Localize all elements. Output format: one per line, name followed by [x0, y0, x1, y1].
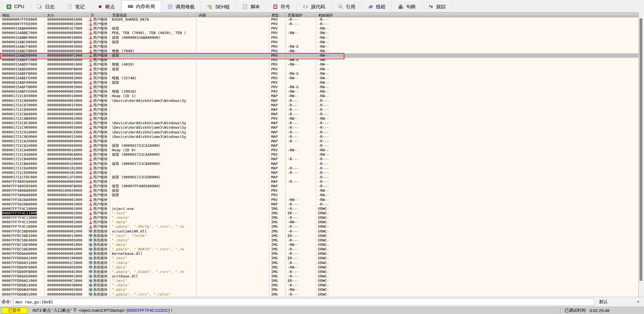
- memory-map-row[interactable]: 00007FF7F4C150000000000000001000用户模块 ".d…: [0, 220, 638, 224]
- memory-map-row[interactable]: 00007FFDD66A00000000000000001000系统模块kern…: [0, 251, 638, 256]
- memory-map-row[interactable]: 000001721C8600000000000000003000用户模块\Dev…: [0, 99, 638, 103]
- tab-symbols[interactable]: 符号: [266, 1, 297, 12]
- command-input[interactable]: [13, 298, 594, 306]
- memory-map-row[interactable]: 000001721CB400000000000000020000用户模块MAP-…: [0, 157, 638, 161]
- memory-map-row[interactable]: 000000007FFE00000000000000001000用户模块KUSE…: [0, 17, 638, 22]
- memory-map-row[interactable]: 000001721C91000000000000000CE000用户模块\Dev…: [0, 130, 638, 135]
- memory-map-row[interactable]: 00007FFDD683100000000000001C5000系统模块 ".r…: [0, 261, 638, 265]
- profile-dropdown[interactable]: 默认 ▼: [596, 298, 642, 306]
- column-header-1[interactable]: 地址: [0, 13, 45, 17]
- memory-map-row[interactable]: 000001721CA400000000000000016000用户模块Heap…: [0, 148, 638, 152]
- user-module-icon: [89, 144, 93, 148]
- memory-map-row[interactable]: 000001721C870000000000000001F000用户模块MAP-…: [0, 103, 638, 107]
- tab-memory-map[interactable]: 内存布局: [121, 0, 161, 12]
- memory-map-row[interactable]: 00007FFDD6A5100000000000000C3000系统模块 ".t…: [0, 279, 638, 283]
- content-cell: [196, 265, 269, 270]
- scrollbar-thumb[interactable]: [640, 18, 642, 281]
- memory-map-row[interactable]: 000001721C8500000000000000010000用户模块Heap…: [0, 94, 638, 98]
- tab-cpu[interactable]: CPU: [0, 1, 31, 12]
- memory-map-row[interactable]: 000001721C8C00000000000000031000用户模块\Dev…: [0, 121, 638, 125]
- memory-map-row[interactable]: 00007FF4806800000000000100020000用户模块保留PR…: [0, 188, 638, 193]
- script-icon: [242, 4, 248, 9]
- memory-map-row[interactable]: 000001721CFDC00000000000012F5000用户模块保留 (…: [0, 175, 638, 179]
- column-header-6[interactable]: 类型: [269, 13, 286, 17]
- memory-map-row[interactable]: 00000015ABF0000000000000000FB000用户模块保留PR…: [0, 80, 638, 85]
- memory-map-row[interactable]: 00000015ABA0000000000000001E7000用户模块保留PR…: [0, 26, 638, 31]
- memory-map-row[interactable]: 000001721C9000000000000000003000用户模块\Dev…: [0, 125, 638, 130]
- page-info-cell: 保留 (00007FF480580000): [110, 184, 196, 188]
- memory-map-row[interactable]: 00000015ABFFE0000000000000002000用户模块堆栈 (…: [0, 89, 638, 94]
- memory-map-row[interactable]: 00000015ABEFE0000000000000002000用户模块堆栈 (…: [0, 76, 638, 80]
- column-header-5[interactable]: 内容: [196, 13, 269, 17]
- memory-map-row[interactable]: 00007FFDC58E40000000000000005000系统模块 ".r…: [0, 238, 638, 243]
- memory-map-row[interactable]: 00007FF5826B00000000000000001000用户模块MAP-…: [0, 202, 638, 207]
- memory-map-row[interactable]: 000001721CA200000000000000004000用户模块MAP-…: [0, 139, 638, 143]
- memory-map-row[interactable]: 00000015ABE0000000000000000FB000用户模块保留PR…: [0, 67, 638, 71]
- memory-map-row[interactable]: 00000015ABFFB0000000000000003000用户模块PRV-…: [0, 85, 638, 89]
- column-header-4[interactable]: 页面信息: [110, 13, 196, 17]
- memory-map-row[interactable]: 00007FF7F4C100000000000000001000用户模块inje…: [0, 207, 638, 211]
- memory-map-row[interactable]: 000001721C8900000000000000004000用户模块MAP-…: [0, 107, 638, 112]
- column-header-2[interactable]: 大小: [45, 13, 88, 17]
- column-header-7[interactable]: 页面保护: [286, 13, 316, 17]
- tab-seh-chain[interactable]: SEH链: [201, 1, 236, 12]
- memory-map-row[interactable]: 00007FF7F4C130000000000000002000用户模块 ".r…: [0, 215, 638, 220]
- tab-references[interactable]: 引用: [332, 1, 362, 12]
- tab-log[interactable]: 日志: [31, 1, 61, 12]
- memory-map-row[interactable]: 000001721C8A00000000000000001000用户模块MAP-…: [0, 112, 638, 116]
- tab-handles[interactable]: 句柄: [392, 1, 422, 12]
- type-cell: IMG: [269, 207, 286, 211]
- memory-map-row[interactable]: 00000015ABC0000000000000000F8000用户模块保留PR…: [0, 40, 638, 44]
- memory-map-row[interactable]: 00007FFDC58D10000000000000013000系统模块 ".t…: [0, 234, 638, 238]
- column-header-3[interactable]: 方: [88, 13, 110, 17]
- memory-map-row[interactable]: 00000015ABEFB0000000000000003000用户模块PRV-…: [0, 71, 638, 76]
- memory-map-row[interactable]: 00007FF48058500000000000000FB000用户模块保留 (…: [0, 184, 638, 188]
- memory-map-row[interactable]: 00007FF7F4C160000000000000004000用户模块 ".p…: [0, 224, 638, 229]
- memory-map-row[interactable]: 00000015ABDFC0000000000000003000用户模块PRV-…: [0, 58, 638, 62]
- tab-trace[interactable]: 跟踪: [422, 1, 452, 12]
- memory-map-row[interactable]: 000001721CA240000000000000004000用户模块保留 (…: [0, 143, 638, 148]
- memory-map-row[interactable]: 00007FFDD6B52000000000000000E000系统模块 ".p…: [0, 292, 638, 297]
- memory-map-row[interactable]: 000001721C8B00000000000000002000用户模块PRV-…: [0, 116, 638, 121]
- memory-map-row[interactable]: 000000007FFEE0000000000000001000用户模块PRV-…: [0, 22, 638, 26]
- memory-map-row[interactable]: 00007FFDD69F60000000000000005000系统模块 ".d…: [0, 265, 638, 270]
- memory-map-row[interactable]: 000001721CA5600000000000000EA000用户模块保留 (…: [0, 152, 638, 157]
- memory-map-row[interactable]: 00000015ABCFB0000000000000005000用户模块堆栈 (…: [0, 49, 638, 53]
- memory-map-row[interactable]: 000001721CED0000000000000010C000用户模块MAP-…: [0, 171, 638, 175]
- system-module-icon: [89, 257, 93, 260]
- tab-breakpoint[interactable]: 断点: [91, 1, 121, 12]
- tab-source[interactable]: 源代码: [297, 1, 332, 12]
- memory-map-row[interactable]: 00007FFDC58E90000000000000001000系统模块 ".d…: [0, 243, 638, 247]
- memory-map-row[interactable]: 000001721CD400000000000000181000用户模块MAP-…: [0, 166, 638, 171]
- memory-map-row[interactable]: 00000015ABD0000000000000000FC000用户模块保留PR…: [0, 53, 638, 58]
- memory-map-row[interactable]: 00000015ABDFF0000000000000001000用户模块堆栈 (…: [0, 62, 638, 67]
- vertical-scrollbar[interactable]: [638, 12, 643, 297]
- memory-map-row[interactable]: 00007FF7F4C110000000000000002000用户模块 ".t…: [0, 211, 638, 215]
- memory-map-row[interactable]: 00007FFDD69FB000000000000004C000系统模块 ".p…: [0, 270, 638, 274]
- memory-map-row[interactable]: 00007FF4805800000000000000005000用户模块MAP-…: [0, 179, 638, 184]
- memory-map-row[interactable]: 00007FFDD66A10000000000000190000系统模块 ".t…: [0, 256, 638, 260]
- page-protection-cell: [286, 80, 316, 85]
- memory-map-row[interactable]: 00007FFDC58EA0000000000000004000系统模块 ".p…: [0, 247, 638, 251]
- memory-map-row[interactable]: 00007FFDD6B14000000000000003B000系统模块 ".r…: [0, 283, 638, 287]
- memory-map-row[interactable]: 00007FF5806A00000000000002000000用户模块保留PR…: [0, 193, 638, 197]
- tab-call-stack[interactable]: 调用堆栈: [161, 1, 201, 12]
- tab-script[interactable]: 脚本: [236, 1, 266, 12]
- type-cell: IMG: [269, 247, 286, 251]
- memory-map-row[interactable]: 00007FFDD6B4F0000000000000003000系统模块 ".d…: [0, 287, 638, 292]
- memory-map-row[interactable]: 00000015ABBF00000000000000010000用户模块保留 (…: [0, 35, 638, 40]
- memory-map-table[interactable]: 000000007FFE00000000000000001000用户模块KUSE…: [0, 17, 638, 297]
- memory-map-row[interactable]: 00007FF5826A00000000000000001000用户模块PRV-…: [0, 198, 638, 202]
- tab-notes[interactable]: 笔记: [61, 1, 91, 12]
- memory-map-row[interactable]: 00007FFDD6A500000000000000001000系统模块ucrt…: [0, 274, 638, 279]
- owner-label: 用户模块: [93, 188, 108, 193]
- memory-map-row[interactable]: 00007FFDC58D00000000000000001000系统模块vcru…: [0, 229, 638, 234]
- memory-map-row[interactable]: 00000015ABBE70000000000000009000用户模块PEB,…: [0, 31, 638, 35]
- column-header-8[interactable]: 初始保护: [316, 13, 638, 17]
- memory-map-row[interactable]: 000001721CB6000000000000001E0000用户模块保留 (…: [0, 162, 638, 166]
- tab-threads[interactable]: 线程: [362, 1, 392, 12]
- memory-map-row[interactable]: 00000015ABCF80000000000000003000用户模块PRV-…: [0, 44, 638, 49]
- memory-map-row[interactable]: 000001721C9E00000000000000031000用户模块\Dev…: [0, 135, 638, 139]
- size-cell: 0000000000020000: [45, 157, 88, 161]
- owner-label: 用户模块: [93, 53, 108, 58]
